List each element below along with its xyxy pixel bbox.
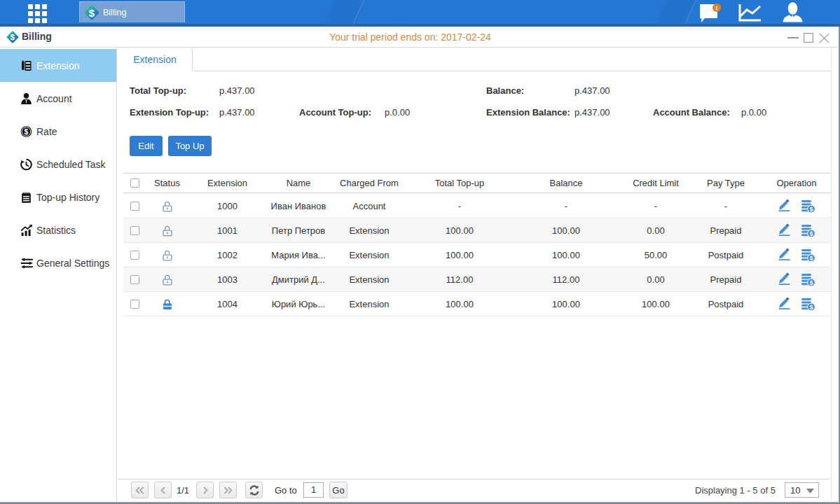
svg-text:$: $: [25, 127, 29, 135]
svg-text:$: $: [810, 279, 813, 286]
svg-text:$: $: [810, 230, 813, 237]
svg-text:$: $: [89, 6, 95, 18]
svg-text:$: $: [810, 303, 813, 310]
svg-text:$: $: [810, 254, 813, 261]
svg-text:!: !: [716, 5, 718, 12]
svg-text:$: $: [810, 205, 813, 212]
